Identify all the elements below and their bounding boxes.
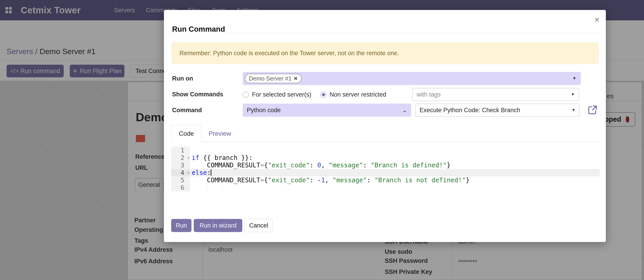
external-link-icon[interactable]	[587, 104, 598, 115]
modal-header-divider	[164, 33, 606, 33]
command-select[interactable]: Execute Python Code: Check Branch ▼	[415, 104, 580, 117]
notebook-tabs: Code Preview	[172, 125, 599, 142]
with-tags-select[interactable]: with tags ▼	[412, 88, 579, 101]
server-tag: Demo Server #1 ×	[245, 74, 302, 83]
run-on-label: Run on	[172, 75, 193, 82]
code-line-content: COMMAND_RESULT={"exit_code": -1, "messag…	[190, 176, 600, 184]
close-icon[interactable]: ×	[594, 15, 600, 24]
tab-preview[interactable]: Preview	[202, 125, 238, 142]
cancel-button[interactable]: Cancel	[244, 219, 273, 232]
show-commands-radio-group: For selected server(s) Non server restri…	[243, 88, 392, 101]
code-line: 6	[171, 184, 600, 191]
command-label: Command	[172, 107, 202, 114]
indent-guide	[207, 162, 207, 169]
line-number: 6	[171, 184, 190, 191]
indent-guide	[222, 184, 222, 191]
show-commands-label: Show Commands	[172, 91, 223, 98]
run-command-modal: Run Command × Remember: Python code is e…	[164, 10, 606, 242]
caret-down-icon: ▼	[572, 76, 576, 81]
code-line-content: else:	[190, 169, 600, 176]
code-line: 1	[171, 147, 600, 154]
screen: Cetmix Tower Servers Commands Files Tool…	[0, 0, 644, 280]
caret-down-icon: ▼	[572, 108, 575, 112]
code-line: 2▾if {{ branch }}:	[171, 154, 600, 162]
tab-code[interactable]: Code	[172, 125, 202, 142]
code-line-content	[190, 184, 600, 191]
radio-non-server-restricted[interactable]	[320, 92, 326, 98]
line-number: 3	[171, 162, 190, 169]
radio-label-non-server-restricted[interactable]: Non server restricted	[330, 91, 386, 98]
python-warning-alert: Remember: Python code is executed on the…	[172, 42, 599, 64]
run-in-wizard-button[interactable]: Run in wizard	[194, 219, 242, 232]
modal-title: Run Command	[172, 25, 225, 34]
code-line: 5 COMMAND_RESULT={"exit_code": -1, "mess…	[171, 176, 600, 184]
indent-guide	[207, 184, 207, 191]
fold-arrow-icon[interactable]: ▾	[187, 154, 190, 162]
indent-guide	[207, 176, 207, 184]
command-type-select[interactable]: Python code ⌄	[243, 104, 411, 117]
radio-for-selected-servers[interactable]	[243, 92, 249, 98]
code-line: 3 COMMAND_RESULT={"exit_code": 0, "messa…	[171, 162, 600, 169]
line-number: 1	[171, 147, 190, 154]
fold-arrow-icon[interactable]: ▾	[187, 169, 190, 176]
run-button[interactable]: Run	[171, 219, 192, 232]
code-editor[interactable]: 12▾if {{ branch }}:3 COMMAND_RESULT={"ex…	[171, 147, 600, 214]
code-editor-lines: 12▾if {{ branch }}:3 COMMAND_RESULT={"ex…	[171, 147, 600, 191]
line-number: 4▾	[171, 169, 190, 176]
radio-label-for-selected-servers[interactable]: For selected server(s)	[252, 91, 312, 98]
text-cursor	[211, 169, 211, 176]
line-number: 5	[171, 176, 190, 184]
code-line: 4▾else:	[171, 169, 600, 176]
code-line-content: if {{ branch }}:	[190, 154, 600, 162]
remove-tag-icon[interactable]: ×	[294, 75, 298, 82]
run-on-field[interactable]: Demo Server #1 × ▼	[243, 72, 581, 85]
code-line-content: COMMAND_RESULT={"exit_code": 0, "message…	[190, 162, 600, 169]
code-line-content	[190, 147, 600, 154]
caret-down-icon: ▼	[571, 92, 575, 97]
line-number: 2▾	[171, 154, 190, 162]
chevron-down-icon: ⌄	[402, 107, 407, 114]
